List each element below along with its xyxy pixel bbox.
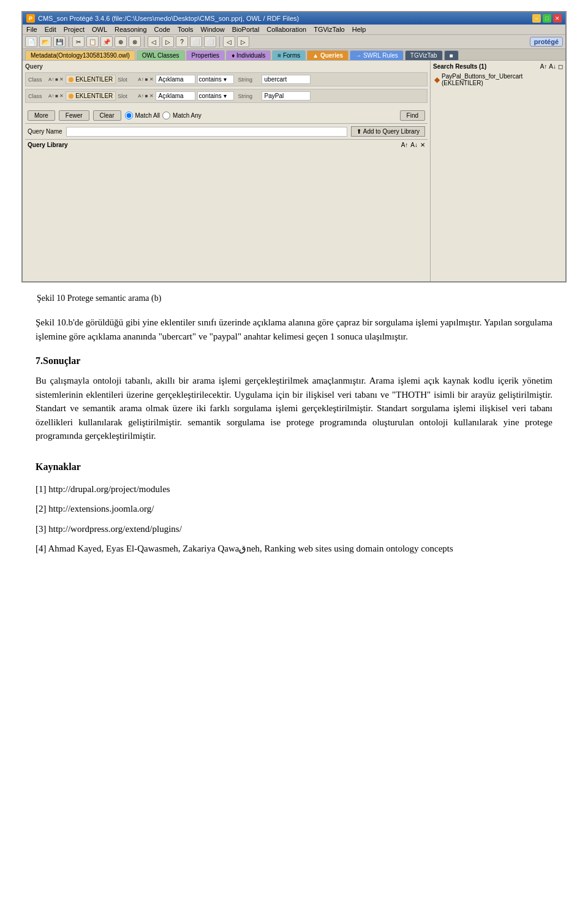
search-results-panel: Search Results (1) A↑ A↓ ◻ ◆ PayPal_Butt… <box>431 61 565 281</box>
open-btn[interactable]: 📂 <box>39 36 51 47</box>
menu-owl[interactable]: OWL <box>92 26 107 33</box>
type-label-1: String <box>238 77 260 83</box>
library-icon-b[interactable]: A↓ <box>410 142 418 148</box>
query-library-area: Query Library A↑ A↓ ✕ <box>25 139 428 150</box>
tb-btn12[interactable]: ◁ <box>223 36 235 47</box>
library-icon-a[interactable]: A↑ <box>401 142 409 148</box>
paste-btn[interactable]: 📌 <box>100 36 113 47</box>
row2-slot-icon-b[interactable]: ■ <box>145 93 148 99</box>
query-name-input[interactable] <box>66 127 347 137</box>
value-box-2[interactable]: PayPal <box>262 91 311 101</box>
row2-slot-icon-c[interactable]: ✕ <box>149 93 154 99</box>
tab-owl-classes[interactable]: OWL Classes <box>137 50 185 60</box>
slot-box-2[interactable]: Açıklama <box>156 91 195 101</box>
match-any-label: Match Any <box>173 112 202 119</box>
menu-project[interactable]: Project <box>64 26 85 33</box>
tb-btn5[interactable]: ⊕ <box>115 36 127 47</box>
row1-icon-c[interactable]: ✕ <box>59 77 64 82</box>
class-value-2: EKLENTILER <box>75 93 113 99</box>
menu-window[interactable]: Window <box>201 26 225 33</box>
ref-3-text: http://wordpress.org/extend/plugins/ <box>48 524 182 534</box>
add-to-library-button[interactable]: ⬆ Add to Query Library <box>351 126 425 137</box>
paragraph-1: Şekil 10.b'de görüldüğü gibi yine eklent… <box>36 316 552 343</box>
toolbar-sep3 <box>219 36 220 47</box>
class-box-1[interactable]: EKLENTILER <box>66 75 116 84</box>
cut-btn[interactable]: ✂ <box>72 36 85 47</box>
slot-value-1: Açıklama <box>159 76 184 83</box>
search-result-item[interactable]: ◆ PayPal_Buttons_for_Ubercart (EKLENTILE… <box>433 72 563 87</box>
sr-icon-a[interactable]: A↑ <box>540 63 548 70</box>
sr-icon-b[interactable]: A↓ <box>549 63 556 70</box>
result-diamond-icon: ◆ <box>434 75 440 84</box>
close-button[interactable]: ✕ <box>553 14 562 23</box>
ref-2-num: [2] <box>36 504 48 514</box>
ref-4: [4] Ahmad Kayed, Eyas El-Qawasmeh, Zakar… <box>36 542 552 556</box>
menu-bioportal[interactable]: BioPortal <box>232 26 260 33</box>
row1-icon-a[interactable]: A↑ <box>48 77 54 82</box>
row2-icon-b[interactable]: ■ <box>55 93 58 99</box>
menu-tgviztalo[interactable]: TGVizTalo <box>314 26 345 33</box>
value-1: ubercart <box>265 76 287 83</box>
library-icon-c[interactable]: ✕ <box>420 142 425 148</box>
row2-icon-c[interactable]: ✕ <box>59 93 64 99</box>
more-button[interactable]: More <box>28 110 55 121</box>
op-select-2[interactable]: contains ▾ <box>197 91 234 101</box>
sr-icon-c[interactable]: ◻ <box>558 63 563 70</box>
tb-btn10[interactable]: ⬜ <box>190 36 202 47</box>
tab-tgviz[interactable]: TGVizTab <box>405 50 443 60</box>
query-buttons: More Fewer Clear Match All Match Any Fin… <box>25 108 428 123</box>
menu-collaboration[interactable]: Collaboration <box>266 26 306 33</box>
row2-slot-icon-a[interactable]: A↑ <box>138 93 143 99</box>
menu-help[interactable]: Help <box>352 26 366 33</box>
tab-metadata[interactable]: Metadata(Ontology1305813590.owl) <box>25 50 135 60</box>
menu-edit[interactable]: Edit <box>45 26 56 33</box>
clear-button[interactable]: Clear <box>93 110 121 121</box>
row1-slot-icon-a[interactable]: A↑ <box>138 77 143 82</box>
tab-swrl[interactable]: → SWRL Rules <box>350 50 404 60</box>
maximize-button[interactable]: □ <box>543 14 551 23</box>
menu-tools[interactable]: Tools <box>178 26 194 33</box>
menu-code[interactable]: Code <box>154 26 170 33</box>
row1-icon-b[interactable]: ■ <box>55 77 58 82</box>
tab-extra[interactable]: ■ <box>444 50 459 60</box>
menu-reasoning[interactable]: Reasoning <box>115 26 147 33</box>
match-all-radio[interactable] <box>125 112 133 119</box>
copy-btn[interactable]: 📋 <box>86 36 99 47</box>
tab-properties[interactable]: Properties <box>186 50 225 60</box>
op-value-1: contains <box>199 76 222 83</box>
type-label-2: String <box>238 93 260 99</box>
search-results-title: Search Results (1) <box>433 63 486 70</box>
tab-individuals[interactable]: ♦ Individuals <box>226 50 271 60</box>
row2-icon-a[interactable]: A↑ <box>48 93 54 99</box>
tb-btn6[interactable]: ⊗ <box>129 36 141 47</box>
tab-queries[interactable]: ▲ Queries <box>307 50 349 60</box>
menu-file[interactable]: File <box>26 26 37 33</box>
slot-box-1[interactable]: Açıklama <box>156 75 195 84</box>
row1-slot-icon-b[interactable]: ■ <box>145 77 148 82</box>
find-button[interactable]: Find <box>400 110 425 121</box>
app-icon: P <box>26 14 35 23</box>
tb-btn11[interactable]: ⬜ <box>204 36 216 47</box>
fewer-button[interactable]: Fewer <box>59 110 89 121</box>
tb-btn7[interactable]: ◁ <box>148 36 160 47</box>
slot-label-2: Slot <box>118 93 136 99</box>
minimize-button[interactable]: − <box>532 14 541 23</box>
tb-btn8[interactable]: ▷ <box>162 36 174 47</box>
row1-slot-icon-c[interactable]: ✕ <box>149 77 154 82</box>
search-results-header: Search Results (1) A↑ A↓ ◻ <box>433 63 563 70</box>
tab-forms[interactable]: ≡ Forms <box>272 50 306 60</box>
tb-btn13[interactable]: ▷ <box>237 36 249 47</box>
query-row-1: Class A↑ ■ ✕ EKLENTILER Slot A↑ ■ ✕ <box>25 72 428 86</box>
class-dot-1 <box>69 77 74 82</box>
value-box-1[interactable]: ubercart <box>262 75 311 84</box>
tab-bar: Metadata(Ontology1305813590.owl) OWL Cla… <box>23 49 565 61</box>
query-label: Query <box>25 63 428 70</box>
save-btn[interactable]: 💾 <box>53 36 66 47</box>
tb-btn9[interactable]: ? <box>176 36 188 47</box>
window-controls[interactable]: − □ ✕ <box>532 14 562 23</box>
match-any-radio[interactable] <box>162 112 170 119</box>
op-select-1[interactable]: contains ▾ <box>197 75 234 84</box>
ref-1: [1] http://drupal.org/project/modules <box>36 482 552 496</box>
new-btn[interactable]: 📄 <box>25 36 37 47</box>
class-box-2[interactable]: EKLENTILER <box>66 91 116 101</box>
